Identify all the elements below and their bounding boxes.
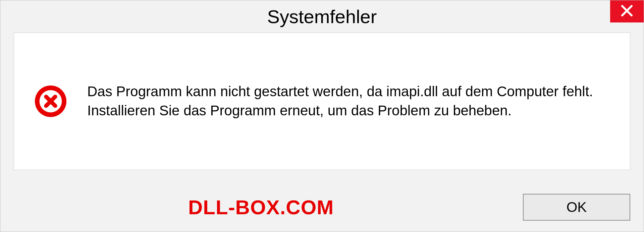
error-dialog: Systemfehler Das Programm kann nicht ges… [0, 0, 644, 232]
content-area: Das Programm kann nicht gestartet werden… [14, 33, 630, 170]
error-message: Das Programm kann nicht gestartet werden… [87, 82, 610, 120]
close-button[interactable] [610, 0, 644, 22]
dialog-title: Systemfehler [267, 6, 377, 27]
error-icon [34, 85, 67, 118]
footer: DLL-BOX.COM OK [0, 183, 644, 232]
ok-button[interactable]: OK [523, 194, 630, 221]
close-icon [620, 4, 634, 19]
titlebar: Systemfehler [0, 0, 644, 33]
watermark-text: DLL-BOX.COM [188, 196, 334, 219]
